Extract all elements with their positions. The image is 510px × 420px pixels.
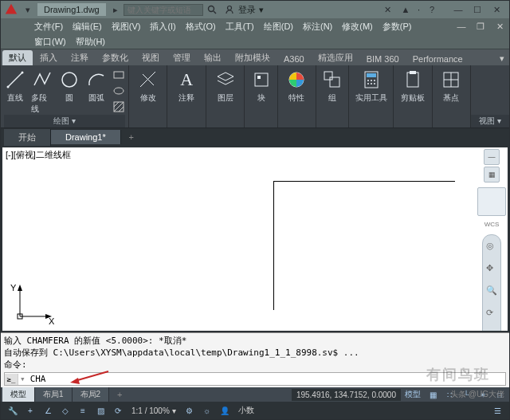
tool-layer[interactable]: 图层	[214, 67, 237, 104]
ribbon-tab-featured[interactable]: 精选应用	[312, 50, 359, 65]
status-cycle-icon[interactable]: ⟳	[109, 403, 127, 418]
login-dropdown-icon[interactable]: ▾	[259, 5, 264, 15]
ellipse-icon[interactable]	[112, 84, 125, 97]
minimize-button[interactable]: —	[449, 2, 468, 17]
drawing-canvas[interactable]: [-][俯视]二维线框 Y X — ▦ WCS ◎	[2, 147, 508, 331]
close-button[interactable]: ✕	[487, 2, 506, 17]
nav-orbit-icon[interactable]: ⟳	[486, 308, 497, 319]
tool-line[interactable]: 直线	[4, 67, 26, 104]
tool-properties[interactable]: 特性	[285, 67, 308, 104]
maximize-button[interactable]: ☐	[468, 2, 487, 17]
layout-tab-2[interactable]: 布局2	[73, 387, 110, 402]
layout-tab-1[interactable]: 布局1	[35, 387, 73, 402]
menu-param[interactable]: 参数(P)	[378, 21, 417, 33]
status-ortho-icon[interactable]: └	[458, 388, 474, 401]
status-plus-icon[interactable]: +	[22, 403, 39, 418]
ribbon-tab-default[interactable]: 默认	[2, 50, 33, 65]
status-wrench-icon[interactable]: 🔧	[4, 403, 22, 418]
menu-window[interactable]: 窗口(W)	[29, 36, 71, 48]
status-grid-icon[interactable]: ▦	[425, 388, 441, 401]
status-modelspace-button[interactable]: 模型	[402, 388, 424, 401]
tool-text[interactable]: A 注释	[175, 67, 198, 104]
tool-polyline[interactable]: 多段线	[31, 67, 53, 115]
panel-draw-title[interactable]: 绘图 ▾	[4, 115, 125, 128]
ribbon-tab-insert[interactable]: 插入	[33, 50, 64, 65]
status-lock-icon[interactable]: ☼	[198, 403, 216, 418]
nav-views-icon[interactable]: ▦	[484, 167, 500, 183]
status-snap-icon[interactable]: ∷	[441, 388, 457, 401]
ribbon-tab-a360[interactable]: A360	[277, 53, 311, 65]
exchange-icon[interactable]: ✕	[381, 2, 395, 17]
help-search-input[interactable]	[124, 4, 203, 16]
ribbon-tab-annotate[interactable]: 注释	[65, 50, 95, 65]
help-icon[interactable]: ?	[425, 2, 439, 17]
ribbon-tab-output[interactable]: 输出	[198, 50, 228, 65]
qat-dropdown-icon[interactable]: ▾	[22, 4, 33, 15]
status-osnap-icon[interactable]: □	[492, 388, 508, 401]
rectangle-icon[interactable]	[112, 69, 125, 81]
viewcube[interactable]	[477, 187, 506, 216]
ribbon-tab-parametric[interactable]: 参数化	[96, 50, 135, 65]
filetab-start[interactable]: 开始	[4, 129, 51, 146]
status-people-icon[interactable]: 👤	[216, 403, 233, 418]
menu-dim[interactable]: 标注(N)	[298, 21, 337, 33]
search-icon[interactable]	[205, 2, 219, 17]
menu-tools[interactable]: 工具(T)	[221, 21, 259, 33]
tool-utilities[interactable]: 实用工具	[355, 67, 387, 104]
command-input-text[interactable]: CHA	[27, 373, 49, 385]
layout-add-button[interactable]: +	[112, 387, 127, 402]
tool-circle[interactable]: 圆	[58, 67, 80, 104]
nav-showmotion-icon[interactable]: ▭	[486, 330, 497, 331]
tool-arc[interactable]: 圆弧	[85, 67, 108, 104]
menu-view[interactable]: 视图(V)	[107, 21, 146, 33]
status-zoom[interactable]: 1:1 / 100% ▾	[127, 406, 181, 415]
wcs-label[interactable]: WCS	[484, 221, 500, 228]
status-polar-icon[interactable]: ✴	[475, 388, 491, 401]
menu-file[interactable]: 文件(F)	[29, 21, 68, 33]
menu-help[interactable]: 帮助(H)	[71, 36, 110, 48]
nav-wheel-icon[interactable]: ◎	[486, 241, 497, 252]
viewport-label[interactable]: [-][俯视]二维线框	[6, 149, 71, 161]
status-trans-icon[interactable]: ▨	[92, 403, 109, 418]
ribbon-tab-performance[interactable]: Performance	[406, 53, 469, 65]
login-label[interactable]: 登录	[238, 4, 256, 16]
ribbon-tab-bim360[interactable]: BIM 360	[360, 53, 406, 65]
user-icon[interactable]	[222, 2, 237, 17]
menu-draw[interactable]: 绘图(D)	[259, 21, 298, 33]
tool-block[interactable]: 块	[250, 67, 273, 104]
hatch-icon[interactable]	[112, 100, 125, 113]
nav-pan-icon[interactable]: ✥	[486, 263, 497, 274]
menu-insert[interactable]: 插入(I)	[145, 21, 180, 33]
layout-tab-model[interactable]: 模型	[2, 387, 35, 402]
command-prompt-icon[interactable]: ≥_	[5, 374, 18, 385]
status-iso-icon[interactable]: ◇	[57, 403, 74, 418]
nav-minimize-icon[interactable]: —	[484, 149, 500, 165]
menu-modify[interactable]: 修改(M)	[337, 21, 378, 33]
menu-format[interactable]: 格式(O)	[181, 21, 221, 33]
tool-clipboard[interactable]: 剪贴板	[401, 67, 425, 104]
ribbon-collapse-icon[interactable]: ▾	[495, 52, 509, 65]
ribbon-tab-manage[interactable]: 管理	[167, 50, 197, 65]
tool-modify[interactable]: 修改	[137, 67, 159, 104]
doc-close-button[interactable]: ✕	[490, 19, 509, 33]
ribbon-tab-view[interactable]: 视图	[135, 50, 166, 65]
qat-run-icon[interactable]: ▸	[110, 4, 121, 15]
ribbon-tab-addins[interactable]: 附加模块	[229, 50, 277, 65]
menu-edit[interactable]: 编辑(E)	[68, 21, 107, 33]
status-angle-icon[interactable]: ∠	[39, 403, 57, 418]
a360-icon[interactable]: ▲	[398, 2, 413, 17]
tool-group[interactable]: 组	[321, 67, 343, 104]
nav-zoom-icon[interactable]: 🔍	[486, 285, 497, 296]
command-input-row[interactable]: ≥_ ▾ CHA	[4, 372, 506, 386]
command-dropdown-icon[interactable]: ▾	[20, 374, 26, 384]
filetab-add-button[interactable]: +	[124, 130, 139, 144]
filetab-drawing1[interactable]: Drawing1*	[51, 130, 121, 144]
tool-basepoint[interactable]: 基点	[440, 67, 462, 104]
status-customize-icon[interactable]: ☰	[488, 403, 506, 418]
panel-view-title[interactable]: 视图 ▾	[471, 115, 509, 128]
doc-minimize-button[interactable]: —	[452, 19, 471, 33]
status-units[interactable]: 小数	[233, 405, 259, 416]
status-thick-icon[interactable]: ≡	[74, 403, 92, 418]
doc-restore-button[interactable]: ❐	[471, 19, 490, 33]
status-gear-icon[interactable]: ⚙	[181, 403, 198, 418]
